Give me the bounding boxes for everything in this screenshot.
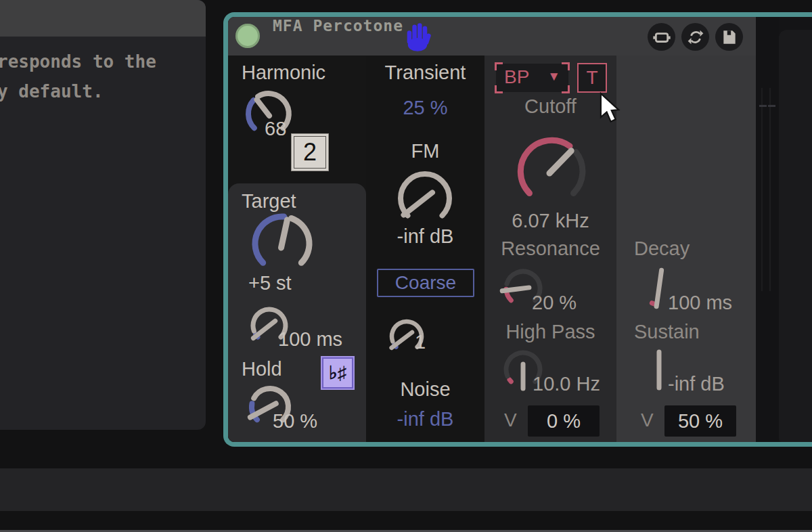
background-toolbar-strip [0, 468, 812, 511]
gutter-line [769, 88, 771, 291]
target-pitch-knob[interactable] [247, 208, 317, 279]
filter-type-dropdown[interactable]: BP ▼ [496, 64, 568, 92]
device-title-bar: MFA Percotone [228, 17, 756, 56]
filter-velocity-box[interactable]: 0 % [528, 405, 600, 437]
harmonic-label: Harmonic [242, 62, 325, 84]
bracket-corner [495, 62, 503, 70]
background-info-panel: responds to the y default. [0, 0, 206, 430]
section-transient: Transient 25 % FM -inf dB Coarse 1 Noise… [366, 56, 484, 447]
cutoff-knob[interactable] [512, 132, 591, 210]
m4l-device-window: MFA Percotone [223, 12, 812, 447]
target-velocity-box[interactable]: 0 % [273, 444, 346, 447]
noise-label: Noise [366, 378, 484, 401]
fm-label: FM [366, 140, 484, 162]
gutter-line [761, 88, 763, 291]
info-text-line-2: y default. [0, 81, 104, 102]
presentation-button[interactable] [648, 23, 675, 51]
fm-knob[interactable] [392, 166, 457, 231]
device-power-led[interactable] [235, 24, 260, 48]
filter-velocity-label: V [504, 409, 517, 431]
section-harmonic: Harmonic 68 2 Target ♭♯ +5 st 100 ms Hol… [228, 56, 366, 447]
output-velocity-box[interactable]: 50 % [664, 405, 736, 437]
info-text-line-1: responds to the [0, 51, 156, 72]
filter-type-value: BP [504, 66, 529, 88]
chevron-down-icon: ▼ [547, 69, 560, 84]
target-time-value: 100 ms [278, 328, 342, 351]
hot-swap-icon [687, 28, 704, 46]
accidental-button[interactable]: ♭♯ [321, 356, 355, 390]
gutter-handle [759, 105, 767, 107]
target-pitch-value: +5 st [248, 272, 292, 294]
cutoff-value: 6.07 kHz [484, 210, 616, 232]
resonance-value: 20 % [532, 292, 577, 314]
harmonic-value: 68 [265, 118, 286, 140]
fm-value: -inf dB [366, 225, 484, 248]
device-title: MFA Percotone [273, 17, 403, 56]
bracket-corner [495, 85, 503, 93]
grab-hand-icon [403, 22, 432, 53]
voices-button[interactable]: 2 [291, 133, 329, 171]
gutter-handle [768, 105, 775, 107]
transient-label: Transient [366, 62, 484, 84]
section-output: C -6.0 dB 0 st 0 % Decay 100 ms Sustain … [616, 56, 756, 447]
hold-value: 50 % [273, 410, 317, 433]
cutoff-label: Cutoff [484, 95, 616, 118]
save-icon [721, 28, 738, 46]
adjacent-panel-edge [779, 30, 812, 445]
presentation-icon [653, 28, 671, 46]
transient-value[interactable]: 25 % [366, 97, 484, 119]
background-panel-header [0, 0, 206, 37]
filter-t-button[interactable]: T [577, 63, 607, 93]
bracket-corner [562, 62, 570, 70]
fm-ratio-value: 1 [415, 331, 426, 353]
highpass-label: High Pass [484, 321, 616, 343]
sustain-value: -inf dB [668, 373, 725, 395]
decay-value: 100 ms [668, 292, 732, 314]
highpass-value: 10.0 Hz [533, 373, 600, 395]
hold-label: Hold [242, 358, 282, 380]
output-velocity-label: V [641, 409, 654, 431]
coarse-toggle[interactable]: Coarse [377, 269, 474, 297]
sustain-label: Sustain [634, 321, 700, 343]
mouse-cursor [597, 92, 622, 125]
resize-gutter[interactable] [756, 17, 779, 447]
bracket-corner [562, 85, 570, 93]
decay-label: Decay [634, 238, 690, 260]
target-panel: Target ♭♯ +5 st 100 ms Hold 50 % V [228, 183, 366, 447]
noise-value[interactable]: -inf dB [366, 408, 484, 430]
save-button[interactable] [715, 23, 743, 51]
hot-swap-button[interactable] [681, 23, 709, 51]
resonance-label: Resonance [484, 238, 616, 260]
section-filter: BP ▼ T Cutoff 6.07 kHz Resonance 20 % Hi… [484, 56, 616, 447]
